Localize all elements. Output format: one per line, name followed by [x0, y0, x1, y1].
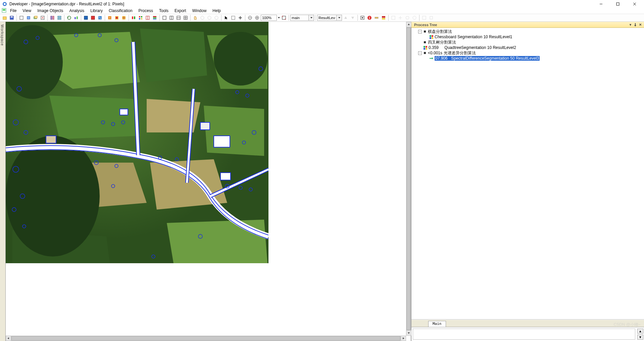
fill-icon[interactable] [113, 14, 120, 21]
menu-tools[interactable]: Tools [156, 8, 171, 14]
breaks-icon[interactable] [120, 14, 127, 21]
menu-window[interactable]: Window [190, 8, 209, 14]
tab-main[interactable]: Main [428, 321, 446, 327]
hand-icon[interactable] [192, 14, 199, 21]
svg-rect-19 [53, 16, 54, 19]
pan-icon[interactable] [237, 14, 244, 21]
pane-sq-icon[interactable] [161, 14, 168, 21]
outline-icon[interactable] [106, 14, 113, 21]
pointer-icon[interactable] [223, 14, 230, 21]
select-rect-icon[interactable] [230, 14, 237, 21]
open-project-icon[interactable] [1, 14, 8, 21]
toggle-thin-icon[interactable] [97, 14, 103, 21]
workspace-tab[interactable]: Workspace [0, 22, 6, 341]
document-icon[interactable] [2, 8, 6, 13]
scroll-right-icon[interactable] [401, 336, 406, 341]
menu-process[interactable]: Process [136, 8, 156, 14]
menu-analysis[interactable]: Analysis [67, 8, 87, 14]
tree-node[interactable]: −<0.001s 光谱差异分割算法 [413, 50, 644, 56]
tile-icon[interactable] [49, 14, 56, 21]
panel-menu-icon[interactable]: ▾ [628, 23, 632, 27]
new-window-icon[interactable] [18, 14, 25, 21]
svg-rect-3 [616, 3, 619, 5]
image-canvas[interactable]: main [6, 22, 406, 336]
zoom-dropdown-icon[interactable] [278, 16, 280, 19]
maximize-button[interactable] [610, 1, 625, 7]
result-combo[interactable] [317, 15, 342, 21]
info-icon[interactable]: i [366, 14, 373, 21]
menu-help[interactable]: Help [210, 8, 224, 14]
zoom-in-icon[interactable] [254, 14, 260, 21]
tree-node-label: 07.906 SpectralDifferenceSegmentation 50… [435, 56, 540, 61]
pane-split-v-icon[interactable] [175, 14, 182, 21]
layers-icon[interactable] [25, 14, 32, 21]
svg-rect-14 [35, 16, 37, 18]
msg-down-button[interactable]: ▼ [637, 335, 643, 340]
level-dropdown-icon[interactable] [309, 15, 314, 21]
class-view-icon[interactable] [359, 14, 366, 21]
tree-node[interactable]: −棋盘分割算法 [413, 29, 644, 34]
tree-node[interactable]: Chessboard Segmentation 10 ResultLevel1 [413, 34, 644, 40]
window-controls [594, 1, 642, 7]
hscroll-track[interactable] [11, 336, 401, 341]
svg-rect-86 [423, 16, 426, 19]
msg-up-button[interactable]: ▲ [637, 329, 643, 334]
sync-icon[interactable] [66, 14, 72, 21]
vertical-scrollbar[interactable] [406, 22, 411, 336]
vscroll-track[interactable] [406, 27, 411, 330]
zoom-input[interactable] [261, 15, 277, 21]
panel-pin-icon[interactable] [633, 23, 637, 27]
menu-image-objects[interactable]: Image Objects [35, 8, 66, 14]
grid2-icon[interactable] [137, 14, 144, 21]
layer2-icon[interactable] [32, 14, 39, 21]
menu-export[interactable]: Export [172, 8, 189, 14]
process-tree[interactable]: −棋盘分割算法Chessboard Segmentation 10 Result… [411, 28, 644, 320]
svg-point-100 [6, 136, 100, 257]
scroll-left-icon[interactable] [6, 336, 11, 341]
grid3-icon[interactable] [144, 14, 151, 21]
horizontal-scrollbar[interactable] [6, 336, 406, 341]
close-pane-icon[interactable] [39, 14, 46, 21]
menu-view[interactable]: View [20, 8, 34, 14]
brush-icon[interactable] [380, 14, 387, 21]
stack-icon[interactable] [56, 14, 63, 21]
pane-quad-icon[interactable] [182, 14, 189, 21]
palette2-icon[interactable] [90, 14, 96, 21]
menu-library[interactable]: Library [88, 8, 105, 14]
tree-toggle-icon[interactable]: − [418, 51, 422, 55]
save-icon[interactable] [8, 14, 15, 21]
bullet-icon [424, 31, 426, 33]
compare-icon[interactable] [73, 14, 80, 21]
zoom-out-icon[interactable] [247, 14, 253, 21]
palette-icon[interactable] [83, 14, 89, 21]
tree-node[interactable]: 07.906 SpectralDifferenceSegmentation 50… [413, 56, 644, 61]
level-combo[interactable] [290, 15, 314, 21]
titlebar: Developer - [ImageSegmentation.dpr - Res… [0, 0, 644, 8]
tool-b-icon [397, 14, 404, 21]
panel-close-icon[interactable]: ✕ [638, 23, 642, 27]
menu-classification[interactable]: Classification [106, 8, 135, 14]
menu-file[interactable]: File [7, 8, 19, 14]
scroll-up-icon[interactable] [406, 22, 411, 27]
scroll-down-icon[interactable] [406, 330, 411, 336]
panel-tabbar: Main [411, 320, 644, 327]
grid1-icon[interactable] [130, 14, 137, 21]
panel-title: Process Tree [414, 23, 437, 27]
tree-toggle-icon[interactable]: − [418, 30, 422, 34]
measure-icon[interactable] [373, 14, 380, 21]
result-input[interactable] [317, 15, 337, 21]
tree-node[interactable]: 0.359 QuadtreeSegmentation 10 ResultLeve… [413, 45, 644, 50]
zoom-combo[interactable] [261, 15, 280, 21]
svg-rect-21 [58, 18, 61, 19]
minimize-button[interactable] [594, 1, 608, 7]
pane-split-h-icon[interactable] [168, 14, 175, 21]
result-dropdown-icon[interactable] [337, 15, 342, 21]
close-button[interactable] [627, 1, 642, 7]
fit-icon[interactable] [281, 14, 287, 21]
level-input[interactable] [290, 15, 309, 21]
tree-node[interactable]: 四叉树分割算法 [413, 40, 644, 45]
message-textarea[interactable] [413, 329, 635, 340]
svg-rect-8 [3, 17, 6, 19]
grid4-icon[interactable] [151, 14, 158, 21]
svg-point-55 [201, 16, 204, 19]
